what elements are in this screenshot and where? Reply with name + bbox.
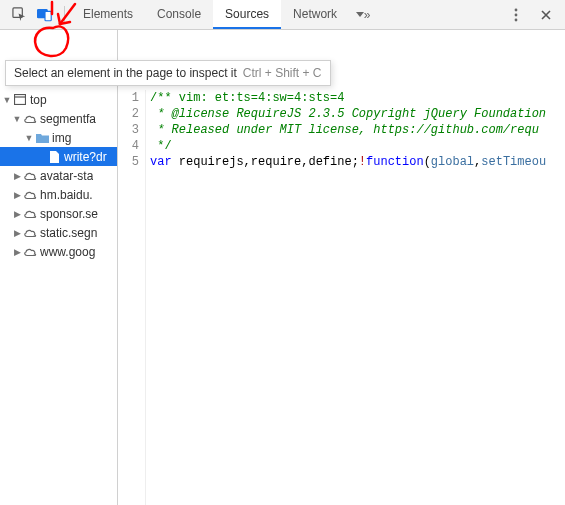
devtools-toolbar: Elements Console Sources Network » [0,0,565,30]
line-number: 3 [118,122,139,138]
tree-label: hm.baidu. [38,188,93,202]
tree-item[interactable]: ▶sponsor.se [0,204,117,223]
tree-item[interactable]: ▶static.segn [0,223,117,242]
sources-panel: ▼ top ▼segmentfa▼imgwrite?dr▶avatar-sta▶… [0,30,565,505]
folder-icon [34,133,50,143]
tree-label: www.goog [38,245,95,259]
tooltip-text: Select an element in the page to inspect… [14,66,237,80]
line-gutter: 12345 [118,90,146,505]
svg-rect-6 [15,95,26,105]
tabs-overflow-icon[interactable]: » [349,0,375,29]
source-editor[interactable]: 12345 /** vim: et:ts=4:sw=4:sts=4 * @lic… [118,30,565,505]
tree-item[interactable]: ▼segmentfa [0,109,117,128]
chevron-down-icon: ▼ [24,133,34,143]
code-line: var requirejs,require,define;!function(g… [150,154,565,170]
code-line: * Released under MIT license, https://gi… [150,122,565,138]
cloud-icon [22,114,38,124]
file-icon [46,151,62,163]
code-line: */ [150,138,565,154]
code-line: /** vim: et:ts=4:sw=4:sts=4 [150,90,565,106]
tree-item[interactable]: ▶avatar-sta [0,166,117,185]
chevron-right-icon: ▶ [12,171,22,181]
chevron-down-icon: ▼ [2,95,12,105]
cloud-icon [22,209,38,219]
device-toolbar-icon[interactable] [32,2,58,28]
toolbar-separator [64,6,65,24]
tree-label: sponsor.se [38,207,98,221]
tree-item[interactable]: ▶hm.baidu. [0,185,117,204]
svg-point-3 [515,8,518,11]
svg-point-4 [515,13,518,16]
kebab-menu-icon[interactable] [503,2,529,28]
window-icon [12,94,28,105]
tab-elements[interactable]: Elements [71,0,145,29]
code-area[interactable]: /** vim: et:ts=4:sw=4:sts=4 * @license R… [146,90,565,505]
line-number: 4 [118,138,139,154]
line-number: 1 [118,90,139,106]
svg-rect-2 [45,11,51,20]
chevron-right-icon: ▶ [12,190,22,200]
cloud-icon [22,247,38,257]
tree-item[interactable]: ▶www.goog [0,242,117,261]
tree-root[interactable]: ▼ top [0,90,117,109]
svg-point-5 [515,18,518,21]
tab-sources[interactable]: Sources [213,0,281,29]
tree-item[interactable]: ▼img [0,128,117,147]
tree-label: static.segn [38,226,97,240]
tooltip-shortcut: Ctrl + Shift + C [243,66,322,80]
tree-item[interactable]: write?dr [0,147,117,166]
chevron-down-icon: ▼ [12,114,22,124]
tree-label: segmentfa [38,112,96,126]
line-number: 2 [118,106,139,122]
tab-console[interactable]: Console [145,0,213,29]
inspect-tooltip: Select an element in the page to inspect… [5,60,331,86]
chevron-right-icon: ▶ [12,228,22,238]
chevron-right-icon: ▶ [12,209,22,219]
cloud-icon [22,190,38,200]
tree-label: img [50,131,71,145]
devtools-tabs: Elements Console Sources Network » [71,0,375,29]
cloud-icon [22,171,38,181]
inspect-element-icon[interactable] [6,2,32,28]
tree-label: write?dr [62,150,107,164]
tree-label: avatar-sta [38,169,93,183]
file-navigator[interactable]: ▼ top ▼segmentfa▼imgwrite?dr▶avatar-sta▶… [0,30,118,505]
close-devtools-icon[interactable] [533,2,559,28]
code-line: * @license RequireJS 2.3.5 Copyright jQu… [150,106,565,122]
tree-label: top [28,93,47,107]
line-number: 5 [118,154,139,170]
tab-network[interactable]: Network [281,0,349,29]
cloud-icon [22,228,38,238]
chevron-right-icon: ▶ [12,247,22,257]
